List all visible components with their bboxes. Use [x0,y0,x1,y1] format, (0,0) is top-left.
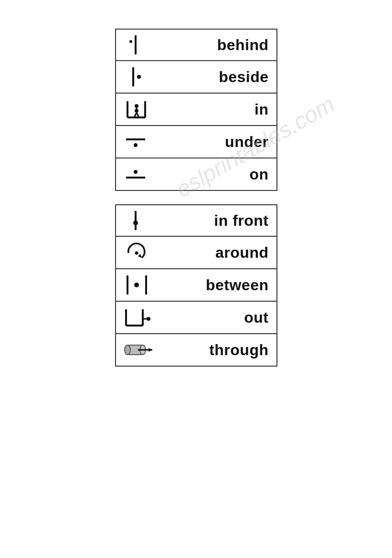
around-icon [124,241,162,264]
card-around: around [115,237,277,269]
on-label: on [162,166,269,183]
svg-point-13 [134,143,138,147]
svg-point-17 [133,221,138,225]
in-front-icon [124,209,162,232]
svg-point-26 [147,317,150,321]
svg-point-10 [135,104,138,108]
svg-point-29 [125,345,130,355]
out-icon [124,305,162,329]
through-label: through [162,341,269,359]
card-on: on [115,158,277,191]
group-2: in front around [115,204,277,367]
group-1: behind beside [115,29,277,191]
svg-point-15 [134,170,138,174]
around-label: around [162,244,269,262]
svg-point-3 [137,75,141,79]
card-in-front: in front [115,204,277,237]
card-through: through [115,334,277,367]
between-label: between [162,276,269,294]
out-label: out [162,309,269,326]
through-icon [124,338,162,362]
under-icon [124,130,162,154]
in-label: in [162,101,269,118]
in-front-label: in front [162,212,269,230]
card-under: under [115,126,277,158]
card-beside: beside [115,61,277,94]
card-behind: behind [115,29,277,61]
in-icon [124,97,162,121]
svg-point-22 [134,283,139,287]
beside-label: beside [162,68,269,86]
on-icon [124,162,162,186]
behind-label: behind [162,36,269,54]
svg-marker-32 [148,348,152,352]
between-icon [124,273,162,297]
svg-point-18 [135,252,138,255]
svg-marker-19 [138,254,142,258]
main-container: behind beside [115,29,277,380]
card-between: between [115,269,277,302]
card-out: out [115,302,277,334]
behind-icon [124,33,162,57]
under-label: under [162,133,269,151]
card-in: in [115,94,277,126]
svg-point-1 [129,40,132,43]
beside-icon [124,65,162,89]
